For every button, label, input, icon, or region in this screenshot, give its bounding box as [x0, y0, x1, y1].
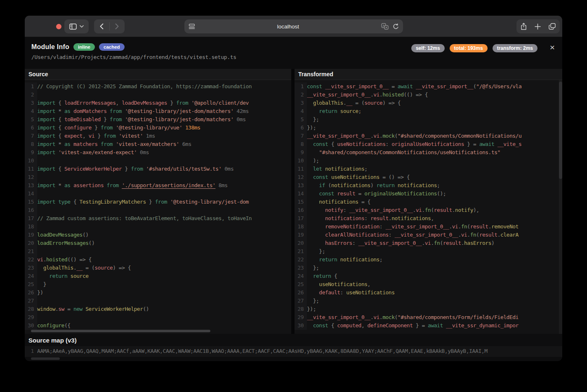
- line-number: 30: [295, 322, 307, 330]
- sourcemap-horizontal-scrollbar[interactable]: [31, 357, 60, 360]
- page-title: Module Info: [31, 43, 69, 51]
- line-number: 8: [295, 140, 307, 148]
- code-text: import { toBeDisabled } from '@testing-l…: [37, 115, 291, 124]
- sourcemap-body[interactable]: 1 AAMA;AAeA,yBAAG,QAAQ,MAAM;AACf,aAAW,KA…: [25, 346, 562, 357]
- code-line: 18: [25, 223, 291, 231]
- page-format-icon[interactable]: [189, 23, 195, 29]
- code-line: 9 "#shared/components/CommonNotification…: [295, 148, 562, 157]
- line-number: 17: [295, 214, 307, 223]
- code-text: notifications: result.notifications,: [307, 214, 562, 223]
- code-text: const { computed, defineComponent } = aw…: [307, 322, 562, 330]
- code-text: });: [307, 124, 562, 132]
- code-text: import { ServiceWorkerHelper } from '#sh…: [37, 165, 291, 173]
- code-line: 3import { loadErrorMessages, loadDevMess…: [25, 99, 291, 107]
- line-number: 2: [25, 91, 37, 99]
- source-horizontal-scrollbar[interactable]: [31, 330, 210, 332]
- code-text: // Zammad custom assertions: toBeAvatarE…: [37, 214, 291, 223]
- module-info-header: Module Info inlinecached self: 12mstotal…: [25, 37, 562, 69]
- reload-icon[interactable]: [393, 23, 399, 30]
- browser-toolbar: localhost A: [25, 16, 562, 37]
- code-line: 2: [25, 91, 291, 99]
- line-number: 19: [25, 231, 37, 239]
- sourcemap-header: Source map (v3): [25, 334, 562, 346]
- sourcemap-mappings: AAMA;AAeA,yBAAG,QAAQ,MAAM;AACf,aAAW,KAAK…: [37, 346, 562, 356]
- code-text: return {: [307, 272, 562, 280]
- code-text: const useNotifications = () => {: [307, 173, 562, 181]
- forward-button[interactable]: [110, 23, 125, 29]
- code-line: 24 return source: [25, 272, 291, 280]
- module-file-path: /Users/vladimir/Projects/zammad/app/fron…: [31, 54, 556, 60]
- panel-divider[interactable]: [291, 69, 295, 334]
- code-text: globalThis.__ = (source) => {: [37, 264, 291, 272]
- code-text: window.sw = new ServiceWorkerHelper(): [37, 305, 291, 313]
- code-line: 28window.sw = new ServiceWorkerHelper(): [25, 305, 291, 313]
- code-text: if (notifications) return notifications;: [307, 181, 562, 190]
- code-text: [37, 91, 291, 99]
- address-bar[interactable]: localhost A: [184, 19, 403, 33]
- desktop-background: localhost A: [0, 0, 587, 392]
- share-icon[interactable]: [521, 23, 527, 30]
- url-text: localhost: [195, 23, 381, 30]
- translate-icon[interactable]: A: [381, 23, 389, 30]
- code-text: import * as assertions from './support/a…: [37, 181, 291, 190]
- code-line: 19loadDevMessages(): [25, 231, 291, 239]
- code-text: return source: [37, 272, 291, 280]
- code-text: const __vite_ssr_import_0__ = await __vi…: [307, 82, 562, 91]
- code-line: 15 notifications = {: [295, 198, 562, 206]
- transformed-panel-header: Transformed: [295, 69, 562, 80]
- code-line: 5import { toBeDisabled } from '@testing-…: [25, 115, 291, 124]
- line-number: 10: [25, 157, 37, 165]
- code-line: 4import * as domMatchers from '@testing-…: [25, 107, 291, 115]
- line-number: 14: [25, 190, 37, 198]
- code-line: 21: [25, 247, 291, 256]
- source-code-view[interactable]: 1// Copyright (C) 2012-2025 Zammad Found…: [25, 80, 291, 334]
- code-line: 8 const { useNotifications: originalUseN…: [295, 140, 562, 148]
- line-number: 12: [25, 173, 37, 181]
- line-number: 16: [295, 206, 307, 214]
- code-text: __vite_ssr_import_0__.vi.hoisted(() => {: [307, 91, 562, 99]
- code-line: 16: [25, 206, 291, 214]
- line-number: 21: [295, 247, 307, 256]
- line-number: 8: [25, 140, 37, 148]
- code-text: import { configure } from '@testing-libr…: [37, 124, 291, 132]
- timing-badge: total: 193ms: [450, 44, 488, 52]
- close-window-button[interactable]: [56, 24, 61, 29]
- code-line: 19 clearAllNotifications: __vite_ssr_imp…: [295, 231, 562, 239]
- code-text: default: useNotifications: [307, 289, 562, 297]
- code-line: 26}): [25, 289, 291, 297]
- status-badge: cached: [99, 43, 125, 51]
- close-panel-button[interactable]: ×: [548, 43, 557, 52]
- code-line: 16 notify: __vite_ssr_import_0__.vi.fn(r…: [295, 206, 562, 214]
- code-line: 23 globalThis.__ = (source) => {: [25, 264, 291, 272]
- source-panel-header: Source: [25, 69, 291, 80]
- code-line: 13 if (notifications) return notificatio…: [295, 181, 562, 190]
- line-number: 24: [25, 272, 37, 280]
- sidebar-icon: [69, 23, 77, 30]
- code-text: vi.hoisted(() => {: [37, 256, 291, 264]
- transformed-scrollbar-thumb[interactable]: [559, 82, 562, 179]
- line-number: 3: [295, 99, 307, 107]
- transformed-code-view[interactable]: 1const __vite_ssr_import_0__ = await __v…: [295, 80, 562, 334]
- line-number: 11: [25, 165, 37, 173]
- code-text: import * as domMatchers from '@testing-l…: [37, 107, 291, 115]
- code-line: 27: [25, 297, 291, 305]
- line-number: 9: [25, 148, 37, 157]
- code-text: hasErrors: __vite_ssr_import_0__.vi.fn(r…: [307, 239, 562, 247]
- new-tab-icon[interactable]: [535, 23, 541, 30]
- timing-badge: transform: 2ms: [493, 44, 537, 52]
- code-text: notifications = {: [307, 198, 562, 206]
- code-line: 22vi.hoisted(() => {: [25, 256, 291, 264]
- nav-button-group: [94, 19, 125, 33]
- code-line: 4 return source;: [295, 107, 562, 115]
- code-text: import { expect, vi } from 'vitest' 1ms: [37, 132, 291, 140]
- code-line: 27 };: [295, 297, 562, 305]
- code-line: 29: [25, 313, 291, 322]
- back-button[interactable]: [94, 23, 109, 29]
- transformed-scrollbar-track[interactable]: [559, 80, 562, 334]
- sidebar-toggle-button[interactable]: [64, 19, 89, 33]
- line-number: 15: [295, 198, 307, 206]
- tab-overview-icon[interactable]: [549, 23, 556, 30]
- line-number: 23: [25, 264, 37, 272]
- code-text: import 'vitest-axe/extend-expect' 0ms: [37, 148, 291, 157]
- code-text: [37, 297, 291, 305]
